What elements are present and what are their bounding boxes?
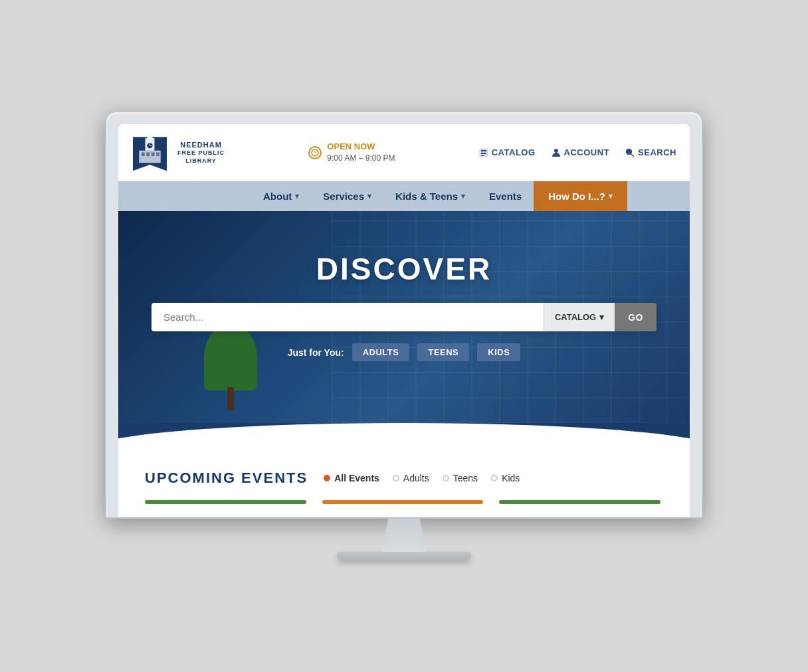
bar-orange bbox=[322, 500, 484, 504]
svg-rect-9 bbox=[146, 153, 150, 157]
svg-point-20 bbox=[627, 149, 632, 154]
bar-green-2 bbox=[499, 500, 660, 504]
library-logo bbox=[132, 131, 168, 174]
nav-about[interactable]: About ▾ bbox=[251, 181, 311, 211]
search-bar: CATALOG ▾ GO bbox=[152, 303, 656, 331]
monitor-base bbox=[338, 552, 470, 561]
filter-all-events[interactable]: All Events bbox=[324, 473, 379, 483]
monitor-wrapper: NEEDHAM FREE PUBLIC LIBRARY OP bbox=[105, 111, 703, 561]
search-catalog-dropdown[interactable]: CATALOG ▾ bbox=[544, 303, 615, 331]
svg-rect-10 bbox=[152, 153, 155, 157]
nav-events[interactable]: Events bbox=[477, 181, 534, 211]
browser-window: NEEDHAM FREE PUBLIC LIBRARY OP bbox=[118, 124, 690, 517]
filter-kids[interactable]: Kids bbox=[491, 473, 520, 483]
teens-button[interactable]: TEENS bbox=[417, 343, 469, 361]
hours-info: OPEN NOW 9:00 AM – 9:00 PM bbox=[327, 141, 395, 164]
events-title: UPCOMING EVENTS bbox=[145, 469, 308, 487]
search-icon bbox=[625, 148, 635, 157]
just-for-you: Just for You: ADULTS TEENS KIDS bbox=[132, 343, 676, 361]
nav-services[interactable]: Services ▾ bbox=[311, 181, 383, 211]
account-link[interactable]: ACCOUNT bbox=[552, 147, 610, 157]
teens-filter-dot bbox=[443, 475, 449, 481]
catalog-link[interactable]: CATALOG bbox=[479, 147, 536, 157]
events-filters: All Events Adults Teens Kids bbox=[324, 473, 520, 483]
main-nav: About ▾ Services ▾ Kids & Teens ▾ Events… bbox=[118, 181, 690, 211]
search-link[interactable]: SEARCH bbox=[625, 147, 676, 157]
search-go-button[interactable]: GO bbox=[615, 303, 656, 331]
svg-rect-16 bbox=[481, 150, 486, 151]
svg-rect-3 bbox=[148, 133, 152, 137]
monitor-neck bbox=[377, 519, 431, 552]
hours-area: OPEN NOW 9:00 AM – 9:00 PM bbox=[308, 141, 395, 164]
top-links: CATALOG ACCOUNT SEAR bbox=[479, 147, 676, 157]
services-chevron-icon: ▾ bbox=[367, 192, 371, 201]
svg-rect-8 bbox=[142, 153, 145, 157]
wave-divider bbox=[118, 423, 690, 450]
all-events-dot bbox=[324, 475, 330, 481]
events-header: UPCOMING EVENTS All Events Adults Te bbox=[145, 469, 663, 487]
nav-kids-teens[interactable]: Kids & Teens ▾ bbox=[383, 181, 477, 211]
kids-button[interactable]: KIDS bbox=[477, 343, 520, 361]
hours-time: 9:00 AM – 9:00 PM bbox=[327, 153, 395, 163]
hero-title: DISCOVER bbox=[132, 251, 676, 287]
hero-content: DISCOVER CATALOG ▾ GO Just for You: bbox=[132, 251, 676, 361]
hero-section: DISCOVER CATALOG ▾ GO Just for You: bbox=[118, 211, 690, 424]
filter-adults[interactable]: Adults bbox=[393, 473, 429, 483]
just-for-you-label: Just for You: bbox=[288, 347, 344, 358]
search-input[interactable] bbox=[152, 303, 544, 331]
logo-text: NEEDHAM FREE PUBLIC LIBRARY bbox=[177, 140, 225, 165]
events-section: UPCOMING EVENTS All Events Adults Te bbox=[118, 450, 690, 517]
logo-area: NEEDHAM FREE PUBLIC LIBRARY bbox=[132, 131, 225, 174]
bar-green-1 bbox=[145, 500, 306, 504]
utility-bar: NEEDHAM FREE PUBLIC LIBRARY OP bbox=[118, 124, 690, 181]
catalog-dropdown-chevron: ▾ bbox=[599, 312, 604, 322]
svg-rect-11 bbox=[156, 153, 159, 157]
event-color-bars bbox=[145, 500, 663, 504]
filter-teens[interactable]: Teens bbox=[443, 473, 478, 483]
adults-filter-dot bbox=[393, 475, 399, 481]
kids-teens-chevron-icon: ▾ bbox=[461, 192, 465, 201]
catalog-icon bbox=[479, 148, 488, 157]
svg-line-21 bbox=[631, 154, 634, 157]
monitor-screen: NEEDHAM FREE PUBLIC LIBRARY OP bbox=[105, 111, 703, 519]
open-status: OPEN NOW bbox=[327, 141, 395, 152]
adults-button[interactable]: ADULTS bbox=[352, 343, 410, 361]
svg-point-19 bbox=[554, 149, 558, 153]
svg-rect-18 bbox=[481, 155, 484, 156]
svg-rect-17 bbox=[481, 153, 486, 154]
kids-filter-dot bbox=[491, 475, 498, 481]
nav-how-do-i[interactable]: How Do I...? ▾ bbox=[534, 181, 627, 211]
account-icon bbox=[552, 148, 561, 157]
clock-icon bbox=[308, 146, 322, 159]
how-do-i-chevron-icon: ▾ bbox=[609, 192, 613, 201]
about-chevron-icon: ▾ bbox=[295, 192, 299, 201]
